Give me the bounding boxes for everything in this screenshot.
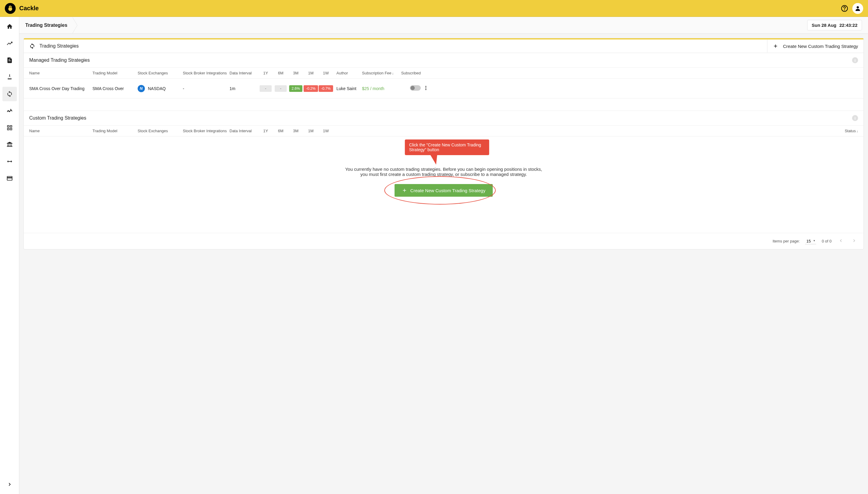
panel-header: Trading Strategies Create New Custom Tra…	[24, 39, 864, 53]
col-header-name[interactable]: Name	[29, 129, 93, 133]
create-strategy-top-label: Create New Custom Trading Strategy	[783, 44, 858, 49]
page-size-select[interactable]: 15	[805, 238, 816, 244]
col-header-interval[interactable]: Data Interval	[230, 71, 258, 75]
topbar-right	[840, 3, 863, 14]
create-strategy-button[interactable]: Create New Custom Trading Strategy	[394, 184, 493, 197]
empty-state: Click the "Create New Custom Trading Str…	[24, 136, 864, 215]
info-icon[interactable]: i	[852, 115, 858, 121]
create-strategy-top-button[interactable]: Create New Custom Trading Strategy	[767, 40, 864, 52]
subscribe-toggle[interactable]	[410, 85, 421, 91]
sidebar-item-bank[interactable]	[2, 137, 17, 152]
col-header-1y[interactable]: 1Y	[258, 71, 273, 75]
svg-point-3	[426, 86, 426, 87]
perf-badge-1y: -	[259, 85, 272, 92]
col-header-1m[interactable]: 1M	[303, 71, 319, 75]
sidebar-item-transfer[interactable]	[2, 154, 17, 169]
info-icon[interactable]: i	[852, 57, 858, 63]
plus-icon	[402, 188, 407, 193]
paginator-range: 0 of 0	[822, 239, 832, 243]
sidebar-expand-button[interactable]	[2, 477, 17, 492]
cell-broker: -	[183, 86, 230, 91]
sidebar-item-insights[interactable]	[2, 103, 17, 118]
strategies-panel: Trading Strategies Create New Custom Tra…	[23, 38, 864, 249]
breadcrumb-bar: Trading Strategies Sun 28 Aug 22:43:22	[19, 17, 868, 34]
paginator: Items per page: 15 0 of 0	[24, 233, 864, 249]
svg-point-2	[856, 6, 859, 8]
col-header-subscribed[interactable]: Subscribed	[400, 71, 421, 75]
callout-annotation: Click the "Create New Custom Trading Str…	[405, 139, 489, 155]
col-header-broker[interactable]: Stock Broker Integrations	[183, 129, 230, 133]
cell-author: Luke Saint	[336, 86, 362, 91]
col-header-model[interactable]: Trading Model	[93, 129, 138, 133]
sidebar	[0, 17, 19, 494]
managed-section-header: Managed Trading Strategies i	[24, 53, 864, 68]
nasdaq-icon: N	[138, 85, 145, 92]
datetime-display: Sun 28 Aug 22:43:22	[807, 20, 862, 31]
app-name: Cackle	[19, 5, 39, 12]
row-more-button[interactable]	[421, 84, 430, 93]
col-header-exchanges[interactable]: Stock Exchanges	[138, 129, 183, 133]
col-header-name[interactable]: Name	[29, 71, 93, 75]
sidebar-item-home[interactable]	[2, 19, 17, 34]
perf-badge-1w: -0.7%	[319, 85, 333, 92]
cell-interval: 1m	[230, 86, 258, 91]
custom-section-header: Custom Trading Strategies i	[24, 111, 864, 126]
col-header-status[interactable]: Status↓	[837, 129, 858, 133]
svg-point-4	[426, 88, 426, 89]
col-header-model[interactable]: Trading Model	[93, 71, 138, 75]
cell-fee: $25 / month	[362, 86, 400, 91]
managed-section-title: Managed Trading Strategies	[29, 58, 90, 63]
perf-badge-3m: 2.6%	[289, 85, 302, 92]
table-row: SMA Cross Over Day Trading SMA Cross Ove…	[24, 79, 864, 98]
page-next-button[interactable]	[850, 237, 858, 246]
custom-section-title: Custom Trading Strategies	[29, 115, 86, 121]
breadcrumb: Trading Strategies	[25, 23, 75, 28]
col-header-exchanges[interactable]: Stock Exchanges	[138, 71, 183, 75]
svg-point-5	[426, 89, 426, 90]
topbar: Cackle	[0, 0, 868, 17]
col-header-1w[interactable]: 1W	[319, 129, 333, 133]
managed-table-header: Name Trading Model Stock Exchanges Stock…	[24, 68, 864, 79]
col-header-3m[interactable]: 3M	[288, 71, 303, 75]
svg-point-1	[845, 10, 845, 10]
cell-name: SMA Cross Over Day Trading	[29, 86, 93, 91]
sidebar-item-trends[interactable]	[2, 36, 17, 51]
create-strategy-label: Create New Custom Trading Strategy	[410, 188, 485, 193]
custom-table-header: Name Trading Model Stock Exchanges Stock…	[24, 126, 864, 136]
sidebar-item-strategies[interactable]	[2, 87, 17, 101]
cell-exchanges: N NASDAQ	[138, 85, 183, 92]
date-text: Sun 28 Aug	[812, 23, 836, 28]
help-icon[interactable]	[840, 4, 849, 13]
plus-icon	[773, 43, 778, 49]
empty-message: You currently have no custom trading str…	[341, 167, 546, 177]
avatar[interactable]	[852, 3, 863, 14]
sidebar-item-card[interactable]	[2, 171, 17, 186]
cell-subscribed	[400, 85, 421, 92]
col-header-1w[interactable]: 1W	[319, 71, 333, 75]
col-header-fee[interactable]: Subscription Fee↓	[362, 71, 400, 75]
main-content: Trading Strategies Sun 28 Aug 22:43:22 T…	[19, 17, 868, 494]
paginator-label: Items per page:	[773, 239, 799, 243]
col-header-6m[interactable]: 6M	[273, 71, 288, 75]
time-text: 22:43:22	[840, 23, 857, 28]
perf-badge-6m: -	[275, 85, 287, 92]
col-header-1y[interactable]: 1Y	[258, 129, 273, 133]
panel-title: Trading Strategies	[39, 43, 79, 49]
sidebar-item-grid[interactable]	[2, 120, 17, 135]
col-header-6m[interactable]: 6M	[273, 129, 288, 133]
page-prev-button[interactable]	[837, 237, 845, 246]
logo-area: Cackle	[5, 3, 39, 14]
col-header-interval[interactable]: Data Interval	[230, 129, 258, 133]
strategies-icon	[29, 43, 35, 49]
col-header-3m[interactable]: 3M	[288, 129, 303, 133]
cell-model: SMA Cross Over	[93, 86, 138, 91]
col-header-1m[interactable]: 1M	[303, 129, 319, 133]
sidebar-item-document[interactable]	[2, 53, 17, 68]
col-header-broker[interactable]: Stock Broker Integrations	[183, 71, 230, 75]
sidebar-item-lab[interactable]	[2, 70, 17, 84]
perf-badge-1m: -0.2%	[304, 85, 318, 92]
logo-icon	[5, 3, 16, 14]
col-header-author[interactable]: Author	[336, 71, 362, 75]
